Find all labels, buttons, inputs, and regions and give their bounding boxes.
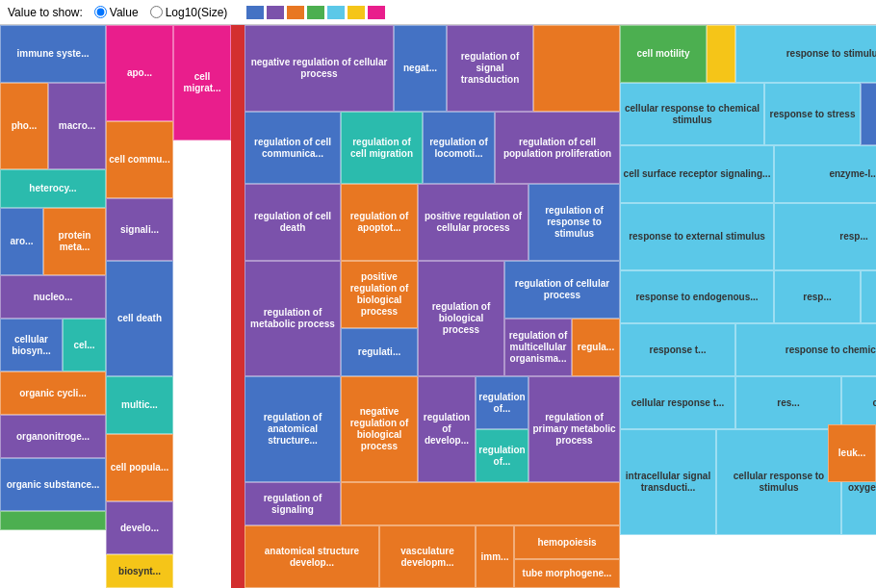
- list-item[interactable]: organic cycli...: [0, 371, 106, 415]
- list-item[interactable]: cell commu...: [106, 121, 173, 198]
- list-item[interactable]: regulation of locomoti...: [423, 112, 495, 184]
- list-item[interactable]: hemopoiesis: [514, 525, 620, 559]
- list-item[interactable]: develo...: [106, 501, 173, 554]
- list-item[interactable]: response to stress: [764, 83, 861, 145]
- list-item[interactable]: cellular biosyn...: [0, 319, 63, 371]
- list-item[interactable]: immune syste...: [0, 25, 106, 83]
- list-item[interactable]: positive regulation of cellular process: [418, 184, 528, 261]
- list-item[interactable]: tube morphogene...: [514, 559, 620, 588]
- list-item[interactable]: resp...: [861, 270, 876, 323]
- list-item[interactable]: regulation of signal transduction: [447, 25, 533, 112]
- list-item[interactable]: positive regulation of biological proces…: [341, 261, 418, 328]
- list-item[interactable]: multic...: [106, 376, 173, 434]
- list-item[interactable]: [341, 482, 620, 525]
- list-item[interactable]: regulation of cell migration: [341, 112, 423, 184]
- treemap: immune syste... pho... macro... heterocy…: [0, 25, 876, 588]
- red-strip: [231, 25, 245, 588]
- list-item[interactable]: regulation of cell communica...: [245, 112, 341, 184]
- list-item[interactable]: resp...: [774, 203, 876, 270]
- list-item[interactable]: regulation of signaling: [245, 482, 341, 525]
- list-item[interactable]: aro...: [0, 208, 43, 275]
- list-item[interactable]: imm...: [476, 525, 514, 588]
- color-legend: [246, 6, 385, 19]
- list-item[interactable]: apo...: [106, 25, 173, 121]
- value-radio[interactable]: Value: [94, 6, 139, 19]
- top-bar: Value to show: Value Log10(Size): [0, 0, 876, 25]
- list-item[interactable]: regulation of cell population proliferat…: [495, 112, 620, 184]
- list-item[interactable]: regulation of develop...: [418, 376, 476, 482]
- list-item[interactable]: organic substance...: [0, 458, 106, 511]
- list-item[interactable]: response to endogenous...: [620, 270, 774, 323]
- list-item[interactable]: response to external stimulus: [620, 203, 774, 270]
- list-item[interactable]: resp...: [774, 270, 861, 323]
- list-item[interactable]: regulation of cell death: [245, 184, 341, 261]
- list-item[interactable]: response t...: [620, 323, 735, 376]
- list-item[interactable]: regula...: [572, 319, 620, 376]
- list-item[interactable]: [0, 511, 106, 530]
- list-item[interactable]: leuk...: [828, 424, 876, 482]
- list-item[interactable]: cel...: [63, 319, 106, 371]
- list-item[interactable]: cell migrat...: [173, 25, 231, 141]
- list-item[interactable]: cell surface receptor signaling...: [620, 145, 774, 203]
- list-item[interactable]: regulati...: [341, 328, 418, 376]
- list-item[interactable]: negative regulation of cellular process: [245, 25, 394, 112]
- list-item[interactable]: organonitroge...: [0, 415, 106, 458]
- list-item[interactable]: cell motility: [620, 25, 707, 83]
- list-item[interactable]: protein meta...: [43, 208, 106, 275]
- list-item[interactable]: cell death: [106, 261, 173, 376]
- list-item[interactable]: intracellular signal transducti...: [620, 429, 716, 535]
- center-column: negative regulation of cellular process …: [245, 25, 620, 588]
- list-item[interactable]: pho...: [0, 83, 48, 169]
- list-item[interactable]: enzyme-l...: [774, 145, 876, 203]
- list-item[interactable]: negative regulation of biological proces…: [341, 376, 418, 482]
- list-item[interactable]: cell popula...: [106, 434, 173, 501]
- value-label: Value to show:: [8, 6, 83, 19]
- list-item[interactable]: biosynt...: [106, 554, 173, 588]
- list-item[interactable]: macro...: [48, 83, 106, 169]
- list-item[interactable]: cellular response to chemical stimulus: [620, 83, 764, 145]
- list-item[interactable]: signali...: [106, 198, 173, 261]
- list-item[interactable]: [707, 25, 735, 83]
- list-item[interactable]: regulation of cellular process: [504, 261, 620, 319]
- list-item[interactable]: regulation of anatomical structure...: [245, 376, 341, 482]
- list-item[interactable]: regulation of primary metabolic process: [528, 376, 620, 482]
- log-radio[interactable]: Log10(Size): [150, 6, 228, 19]
- list-item[interactable]: res...: [735, 376, 841, 429]
- list-item[interactable]: anatomical structure develop...: [245, 525, 379, 588]
- list-item[interactable]: cellular response to stimulus: [716, 429, 841, 535]
- list-item[interactable]: regulation of...: [476, 376, 528, 429]
- list-item[interactable]: cellular response t...: [620, 376, 735, 429]
- list-item[interactable]: infl...: [861, 83, 876, 145]
- list-item[interactable]: response to chemical: [735, 323, 876, 376]
- list-item[interactable]: regulation of apoptot...: [341, 184, 418, 261]
- list-item[interactable]: regulation of metabolic process: [245, 261, 341, 376]
- list-item[interactable]: cellu...: [841, 376, 876, 429]
- list-item[interactable]: nucleo...: [0, 275, 106, 319]
- left-column: immune syste... pho... macro... heterocy…: [0, 25, 106, 588]
- list-item[interactable]: regulation of response to stimulus: [528, 184, 620, 261]
- right-column: cell motility response to stimulus cellu…: [620, 25, 876, 588]
- list-item[interactable]: negat...: [394, 25, 447, 112]
- list-item[interactable]: [533, 25, 620, 112]
- mid-left-column: apo... cell commu... signali... cell dea…: [106, 25, 173, 588]
- list-item[interactable]: regulation of multicellular organisma...: [504, 319, 572, 376]
- list-item[interactable]: vasculature developm...: [379, 525, 476, 588]
- list-item[interactable]: regulation of...: [476, 429, 528, 482]
- list-item[interactable]: regulation of biological process: [418, 261, 504, 376]
- list-item[interactable]: response to stimulus: [735, 25, 876, 83]
- list-item[interactable]: heterocy...: [0, 169, 106, 208]
